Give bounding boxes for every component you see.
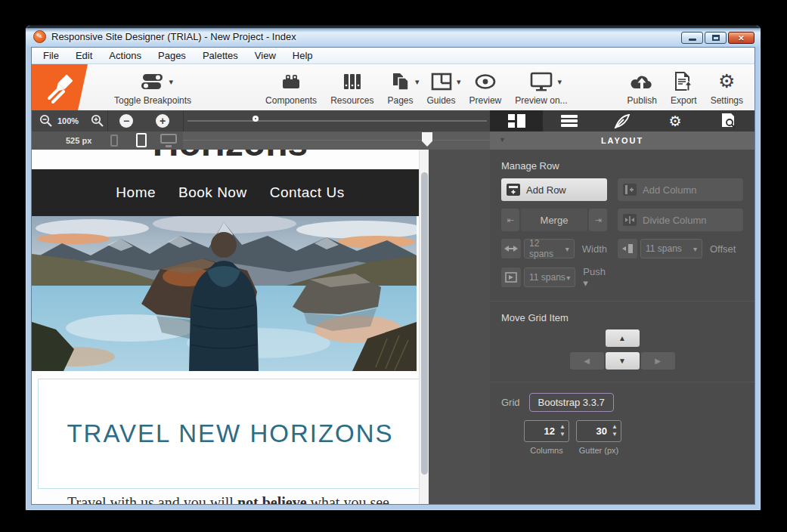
tab-settings[interactable]: ⚙ — [649, 110, 702, 131]
structure-tab-icon — [561, 115, 578, 127]
width-spans-select[interactable]: 12 spans ▾ — [524, 239, 575, 258]
move-right-button[interactable]: ▶ — [641, 352, 675, 370]
toggle-breakpoints-icon — [141, 73, 164, 90]
toolbar-preview[interactable]: Preview — [463, 64, 509, 110]
offset-icon — [621, 243, 634, 254]
tab-structure[interactable] — [543, 110, 596, 131]
menu-view[interactable]: View — [246, 48, 284, 63]
caret-down-icon: ▾ — [693, 245, 697, 253]
site-logo-cropped[interactable]: Horizons — [32, 150, 429, 162]
caret-down-icon: ▾ — [566, 274, 570, 282]
gutter-input[interactable] — [577, 421, 607, 441]
toolbar-preview-on[interactable]: ▾ Preview on... — [508, 64, 574, 110]
offset-spans-select[interactable]: 11 spans ▾ — [640, 239, 702, 258]
toolbar-pages[interactable]: ▾ Pages — [380, 64, 420, 110]
merge-right-button[interactable]: ⇥ — [589, 209, 607, 231]
tab-design[interactable] — [596, 110, 649, 131]
close-button[interactable]: ✕ — [728, 32, 754, 44]
caret-down-icon[interactable]: ▾ — [457, 77, 461, 87]
merge-button[interactable]: Merge — [521, 209, 587, 231]
site-paragraph[interactable]: Travel with us and you will not believe … — [32, 494, 429, 504]
gutter-stepper[interactable]: ▲ ▼ — [576, 420, 621, 442]
move-up-button[interactable]: ▲ — [606, 329, 640, 347]
caret-down-icon[interactable]: ▾ — [415, 77, 420, 87]
decrease-button[interactable]: − — [119, 114, 133, 128]
maximize-icon — [712, 35, 720, 41]
zoom-slider-track[interactable] — [187, 120, 487, 122]
canvas-scrollbar[interactable] — [419, 150, 429, 504]
move-grid-item-label: Move Grid Item — [501, 312, 743, 323]
site-nav-book-now[interactable]: Book Now — [178, 184, 247, 201]
site-heading[interactable]: TRAVEL NEW HORIZONS — [67, 419, 393, 448]
maximize-button[interactable] — [705, 32, 727, 44]
toolbar-publish[interactable]: Publish — [621, 64, 664, 110]
caret-down-icon[interactable]: ▾ — [169, 77, 174, 87]
menu-edit[interactable]: Edit — [67, 48, 101, 63]
device-phone-active-button[interactable] — [136, 133, 147, 147]
columns-stepper[interactable]: ▲ ▼ — [524, 420, 569, 442]
toolbar-toggle-breakpoints[interactable]: ▾ Toggle Breakpoints — [107, 64, 198, 110]
width-icon-button[interactable] — [501, 239, 521, 258]
breakpoint-ruler[interactable] — [183, 131, 490, 150]
menu-file[interactable]: File — [35, 48, 67, 63]
caret-down-icon[interactable]: ▾ — [557, 77, 562, 87]
layout-tab-icon — [508, 114, 525, 128]
menu-pages[interactable]: Pages — [150, 48, 194, 63]
site-nav-contact-us[interactable]: Contact Us — [270, 184, 345, 201]
stepper-down-icon[interactable]: ▼ — [612, 431, 618, 438]
breakpoint-bar: 525 px — [32, 131, 490, 150]
layout-panel-header[interactable]: ▼ LAYOUT — [490, 131, 754, 150]
canvas-scrollbar-thumb[interactable] — [421, 172, 428, 475]
minus-icon: − — [123, 115, 129, 127]
gear-icon: ⚙ — [668, 110, 681, 131]
menu-help[interactable]: Help — [284, 48, 321, 63]
menu-actions[interactable]: Actions — [101, 48, 150, 63]
stepper-up-icon[interactable]: ▲ — [612, 423, 618, 431]
toolbar-guides[interactable]: ▾ Guides — [420, 64, 463, 110]
device-phone-small-button[interactable] — [110, 135, 118, 147]
divide-column-button[interactable]: Divide Column — [618, 209, 743, 231]
window-title: Responsive Site Designer (TRIAL) - New P… — [51, 31, 296, 42]
hero-image[interactable] — [32, 216, 417, 371]
increase-button[interactable]: + — [156, 114, 169, 128]
titlebar[interactable]: ✎ Responsive Site Designer (TRIAL) - New… — [26, 26, 761, 47]
columns-input[interactable] — [525, 421, 555, 441]
grid-framework-button[interactable]: Bootstrap 3.3.7 — [529, 393, 614, 412]
zoom-in-icon[interactable] — [91, 114, 104, 128]
push-label[interactable]: Push ▾ — [583, 266, 607, 289]
push-spans-select[interactable]: 11 spans ▾ — [524, 268, 575, 287]
stepper-down-icon[interactable]: ▼ — [559, 431, 565, 438]
add-column-icon — [623, 184, 637, 196]
site-nav-home[interactable]: Home — [116, 184, 156, 201]
app-logo — [32, 64, 88, 110]
menu-palettes[interactable]: Palettes — [194, 48, 246, 63]
zoom-level: 100% — [57, 116, 79, 125]
add-column-button[interactable]: Add Column — [618, 178, 743, 201]
toolbar-components[interactable]: Components — [259, 64, 324, 110]
minimize-button[interactable] — [681, 32, 703, 44]
selected-element-outline[interactable]: TRAVEL NEW HORIZONS — [38, 379, 423, 489]
move-down-button[interactable]: ▼ — [606, 352, 640, 370]
tab-inspector[interactable] — [702, 110, 754, 131]
collapse-triangle-icon[interactable]: ▼ — [499, 136, 506, 144]
offset-icon-button[interactable] — [618, 239, 637, 258]
inspect-tab-icon — [720, 113, 736, 128]
toolbar-settings[interactable]: ⚙ Settings — [704, 64, 750, 110]
toolbar-export[interactable]: Export — [664, 64, 704, 110]
arrow-left-icon: ◀ — [584, 357, 590, 365]
push-icon-button[interactable] — [501, 268, 521, 287]
move-left-button[interactable]: ◀ — [570, 352, 604, 370]
device-desktop-button[interactable] — [160, 134, 177, 144]
toolbar-resources[interactable]: Resources — [324, 64, 380, 110]
tab-layout[interactable] — [490, 110, 543, 131]
zoom-out-icon[interactable] — [39, 114, 53, 128]
site-navbar[interactable]: Home Book Now Contact Us — [32, 169, 429, 216]
layout-panel-title: LAYOUT — [601, 136, 643, 145]
publish-cloud-icon — [631, 73, 653, 91]
stepper-up-icon[interactable]: ▲ — [559, 423, 565, 431]
add-row-button[interactable]: Add Row — [501, 178, 607, 201]
design-canvas[interactable]: Horizons Home Book Now Contact Us — [32, 150, 429, 504]
offset-control: 11 spans ▾ Offset — [618, 239, 743, 258]
zoom-slider-knob[interactable] — [253, 116, 259, 122]
merge-left-button[interactable]: ⇤ — [501, 209, 519, 231]
